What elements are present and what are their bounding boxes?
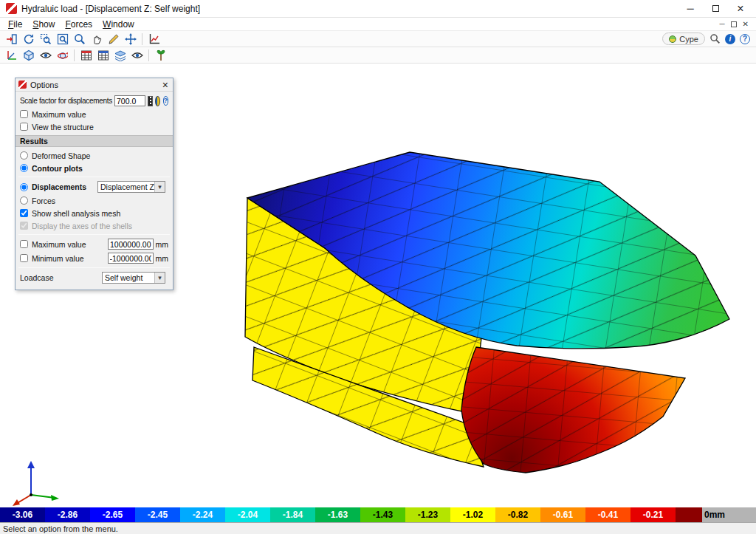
scale-factor-row: Scale factor for displacements ? (16, 94, 173, 108)
close-button[interactable]: × (728, 1, 753, 17)
view-structure-checkbox[interactable] (20, 123, 28, 131)
calculator-icon[interactable] (148, 96, 153, 106)
options-dialog: Options × Scale factor for displacements… (15, 78, 173, 290)
displacement-select-value: Displacement Z (98, 182, 154, 191)
toolbar-right-group: Cype i ? (662, 32, 753, 45)
deformed-shape-radio[interactable] (20, 151, 28, 160)
redraw-icon[interactable] (20, 32, 37, 47)
status-bar: Select an option from the menu. (0, 522, 756, 534)
tree-icon[interactable] (152, 48, 169, 63)
display-axes-option: Display the axes of the shells (16, 219, 173, 232)
displacements-radio[interactable] (20, 183, 28, 191)
displacements-option: Displacements Displacement Z ▾ (16, 179, 173, 194)
scale-segment: -0.61 (540, 507, 585, 522)
measure-icon[interactable] (145, 32, 162, 47)
status-text: Select an option from the menu. (3, 524, 118, 533)
mdi-minimize-button[interactable]: ─ (720, 20, 725, 29)
cype-logo-icon (669, 35, 676, 43)
scale-end-label: 0mm (702, 507, 756, 522)
scale-segment: -2.04 (225, 507, 270, 522)
move-icon[interactable] (122, 32, 139, 47)
show-mesh-checkbox[interactable] (20, 209, 28, 217)
options-close-icon[interactable]: × (161, 81, 170, 89)
loadcase-select[interactable]: Self weight ▾ (102, 272, 165, 284)
scale-segment: -1.02 (450, 507, 495, 522)
scale-segment: -0.82 (495, 507, 540, 522)
data-table-icon[interactable] (94, 48, 111, 63)
view-toolbar-buttons (3, 48, 169, 63)
layers-icon[interactable] (111, 48, 128, 63)
chevron-down-icon: ▾ (154, 182, 165, 192)
min-value-input[interactable] (108, 253, 154, 264)
window-controls: ─ × (678, 1, 753, 17)
axes-icon[interactable] (3, 48, 20, 63)
title-bar: Hydraluic load - [Displacement Z: Self w… (0, 0, 756, 18)
cype-logo-icon (18, 81, 27, 89)
display-axes-checkbox (20, 222, 28, 230)
cype-app-icon (6, 3, 17, 14)
cype-button-label: Cype (679, 35, 698, 44)
display-axes-label: Display the axes of the shells (32, 222, 132, 230)
scale-segment: -1.84 (270, 507, 315, 522)
max-value-label: Maximum value (32, 240, 86, 249)
view-structure-option[interactable]: View the structure (16, 120, 173, 133)
info-icon[interactable]: i (725, 34, 735, 44)
zoom-extents-icon[interactable] (54, 32, 71, 47)
scale-segment: -1.63 (315, 507, 360, 522)
menu: FileShowForcesWindow (3, 19, 140, 30)
scale-factor-input[interactable] (114, 95, 145, 106)
forces-option[interactable]: Forces (16, 194, 173, 207)
maximum-value-option[interactable]: Maximum value (16, 108, 173, 120)
separator (18, 267, 170, 268)
rotate-icon[interactable] (54, 48, 71, 63)
eye-icon[interactable] (37, 48, 54, 63)
options-dialog-titlebar[interactable]: Options × (16, 78, 173, 92)
loadcase-label: Loadcase (20, 273, 54, 282)
help-icon[interactable]: ? (163, 96, 169, 106)
zoom-window-icon[interactable] (37, 32, 54, 47)
max-value-input[interactable] (108, 239, 154, 250)
view-toolbar (0, 47, 756, 64)
menu-item-file[interactable]: File (3, 19, 27, 30)
menu-item-forces[interactable]: Forces (60, 19, 97, 30)
displacement-select[interactable]: Displacement Z ▾ (97, 181, 165, 193)
pan-icon[interactable] (88, 32, 105, 47)
max-value-row: Maximum value mm (16, 237, 173, 251)
menu-item-window[interactable]: Window (97, 19, 140, 30)
show-mesh-option[interactable]: Show shell analysis mesh (16, 207, 173, 219)
chevron-down-icon: ▾ (154, 273, 165, 283)
forces-radio[interactable] (20, 196, 28, 205)
deformed-shape-option[interactable]: Deformed Shape (16, 149, 173, 162)
cube-icon[interactable] (20, 48, 37, 63)
main-view: Options × Scale factor for displacements… (0, 64, 756, 507)
cype-button[interactable]: Cype (662, 32, 705, 45)
loadcase-row: Loadcase Self weight ▾ (16, 270, 173, 285)
maximize-button[interactable] (703, 1, 728, 17)
sketch-icon[interactable] (105, 32, 122, 47)
mdi-close-button[interactable]: ✕ (743, 20, 749, 29)
contour-plots-option[interactable]: Contour plots (16, 162, 173, 174)
minimize-button[interactable]: ─ (678, 1, 703, 17)
default-value-icon[interactable] (155, 96, 160, 106)
results-table-icon[interactable] (78, 48, 94, 63)
search-icon[interactable] (709, 33, 721, 44)
max-value-checkbox[interactable] (20, 240, 28, 248)
forces-label: Forces (32, 196, 55, 205)
toolbar-separator (148, 49, 149, 61)
contour-plots-radio[interactable] (20, 164, 28, 172)
window-title: Hydraluic load - [Displacement Z: Self w… (21, 4, 200, 14)
menu-item-show[interactable]: Show (27, 19, 60, 30)
zoom-icon[interactable] (71, 32, 88, 47)
exit-icon[interactable] (3, 32, 20, 47)
toolbar-separator (142, 33, 142, 45)
maximum-value-checkbox[interactable] (20, 110, 28, 118)
mdi-restore-button[interactable] (731, 21, 737, 27)
min-value-row: Minimum value mm (16, 251, 173, 265)
help-icon[interactable]: ? (740, 34, 750, 44)
min-value-checkbox[interactable] (20, 254, 28, 262)
eye-icon[interactable] (128, 48, 145, 63)
contour-plots-label: Contour plots (32, 164, 83, 173)
scale-segment: -1.23 (405, 507, 450, 522)
main-toolbar-buttons (3, 32, 162, 47)
mdi-window-controls: ─ ✕ (720, 20, 753, 29)
